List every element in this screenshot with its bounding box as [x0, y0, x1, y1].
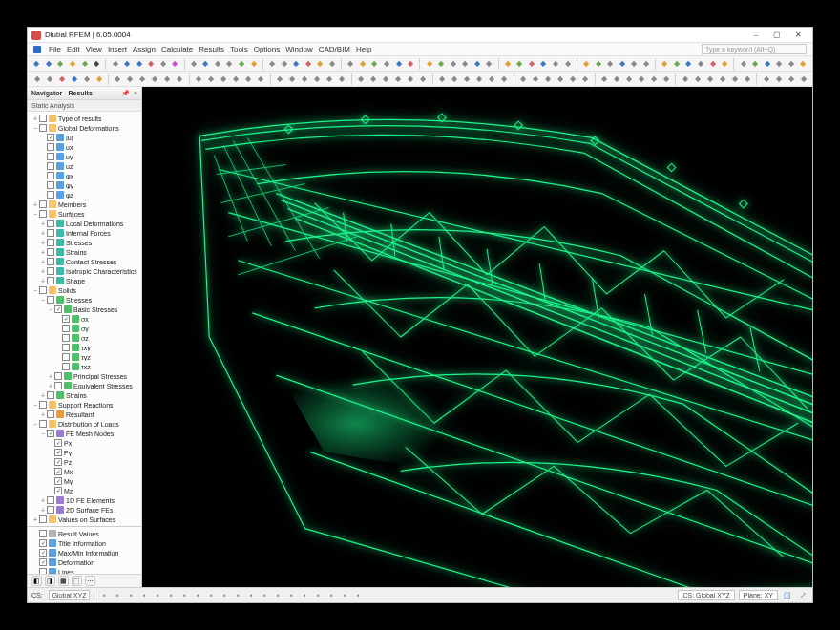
- toolbar-button[interactable]: ◆: [368, 74, 379, 85]
- statusbar-button[interactable]: ▪: [178, 590, 190, 601]
- toolbar-button[interactable]: ◆: [531, 74, 541, 85]
- tree-node[interactable]: Py: [28, 448, 141, 457]
- toolbar-button[interactable]: ◆: [538, 58, 549, 70]
- navigator-close-icon[interactable]: ×: [134, 90, 137, 96]
- expand-icon[interactable]: −: [32, 287, 39, 294]
- expand-icon[interactable]: −: [32, 211, 39, 218]
- checkbox[interactable]: [47, 239, 54, 246]
- toolbar-button[interactable]: ◆: [125, 74, 136, 85]
- tree-node[interactable]: φz: [28, 190, 141, 200]
- toolbar-button[interactable]: ◆: [683, 58, 694, 70]
- toolbar-button[interactable]: ◆: [137, 74, 148, 85]
- toolbar-button[interactable]: ◆: [738, 58, 748, 70]
- tree-node[interactable]: +Type of results: [28, 114, 141, 123]
- menu-view[interactable]: View: [86, 45, 102, 53]
- toolbar-button[interactable]: ◆: [556, 74, 566, 85]
- toolbar-button[interactable]: ◆: [598, 74, 609, 85]
- checkbox[interactable]: [39, 549, 47, 556]
- menu-cadbim[interactable]: CAD/BIM: [319, 45, 350, 53]
- toolbar-button[interactable]: ◆: [581, 58, 592, 70]
- checkbox[interactable]: [47, 277, 54, 284]
- toolbar-button[interactable]: ◆: [327, 58, 338, 70]
- tree-node[interactable]: Px: [28, 438, 141, 448]
- pin-icon[interactable]: 📌: [121, 90, 130, 97]
- toolbar-button[interactable]: ◆: [580, 74, 591, 85]
- toolbar-button[interactable]: ◆: [346, 58, 356, 70]
- expand-icon[interactable]: +: [39, 268, 47, 275]
- toolbar-button[interactable]: ◆: [568, 74, 578, 85]
- navigator-subtitle[interactable]: Static Analysis: [28, 100, 141, 112]
- toolbar-button[interactable]: ◆: [617, 58, 627, 70]
- expand-icon[interactable]: −: [32, 421, 39, 428]
- checkbox[interactable]: [39, 539, 47, 547]
- checkbox[interactable]: [47, 143, 54, 151]
- statusbar-button[interactable]: ▪: [352, 590, 364, 601]
- checkbox[interactable]: [47, 391, 54, 399]
- toolbar-button[interactable]: ◆: [213, 58, 223, 70]
- toolbar-button[interactable]: ◆: [424, 58, 434, 70]
- expand-icon[interactable]: +: [39, 249, 47, 256]
- checkbox[interactable]: [47, 134, 54, 141]
- toolbar-button[interactable]: ◆: [393, 58, 404, 70]
- tree-node[interactable]: −Surfaces: [28, 209, 141, 219]
- expand-icon[interactable]: −: [32, 125, 39, 132]
- checkbox[interactable]: [39, 210, 47, 218]
- toolbar-button[interactable]: ◆: [200, 58, 211, 70]
- search-input[interactable]: Type a keyword (Alt+Q): [702, 44, 807, 54]
- toolbar-button[interactable]: ◆: [219, 74, 229, 85]
- toolbar-button[interactable]: ◆: [110, 58, 120, 70]
- toolbar-button[interactable]: ◆: [503, 58, 514, 70]
- toolbar-button[interactable]: ◆: [527, 58, 537, 70]
- toolbar-button[interactable]: ◆: [312, 74, 323, 85]
- checkbox[interactable]: [47, 162, 54, 170]
- toolbar-button[interactable]: ◆: [692, 74, 703, 85]
- checkbox[interactable]: [54, 468, 62, 475]
- tree-node[interactable]: +Strains: [28, 247, 141, 257]
- toolbar-button[interactable]: ◆: [696, 58, 706, 70]
- toolbar-button[interactable]: ◆: [158, 58, 169, 70]
- toolbar-button[interactable]: ◆: [243, 74, 254, 85]
- toolbar-button[interactable]: ◆: [382, 58, 392, 70]
- expand-icon[interactable]: −: [47, 306, 54, 313]
- statusbar-button[interactable]: ▪: [192, 590, 203, 601]
- toolbar-button[interactable]: ◆: [189, 58, 200, 70]
- expand-icon[interactable]: +: [39, 278, 47, 284]
- tree-node[interactable]: σx: [28, 314, 141, 324]
- close-button[interactable]: ✕: [788, 29, 808, 42]
- checkbox[interactable]: [54, 487, 62, 494]
- checkbox[interactable]: [47, 267, 54, 275]
- tree-node[interactable]: +2D Surface FEs: [28, 505, 141, 514]
- checkbox[interactable]: [47, 296, 54, 304]
- expand-icon[interactable]: +: [39, 392, 47, 399]
- tree-node[interactable]: +Equivalent Stresses: [28, 381, 141, 390]
- toolbar-button[interactable]: ◆: [206, 74, 217, 85]
- menu-assign[interactable]: Assign: [133, 45, 156, 53]
- statusbar-button[interactable]: ▪: [138, 590, 150, 601]
- checkbox[interactable]: [54, 458, 62, 466]
- toolbar-button[interactable]: ◆: [381, 74, 391, 85]
- toolbar-button[interactable]: ◆: [720, 58, 730, 70]
- statusbar-button[interactable]: ▪: [125, 590, 136, 601]
- expand-icon[interactable]: −: [32, 402, 39, 409]
- toolbar-button[interactable]: ◆: [291, 58, 302, 70]
- 3d-viewport[interactable]: [142, 87, 812, 587]
- toolbar-button[interactable]: ◆: [611, 74, 621, 85]
- toolbar-button[interactable]: ◆: [69, 74, 79, 85]
- toolbar-button[interactable]: ◆: [448, 58, 458, 70]
- statusbar-button[interactable]: ▪: [339, 590, 350, 601]
- toolbar-button[interactable]: ◆: [113, 74, 123, 85]
- tree-node[interactable]: Lines: [28, 567, 141, 574]
- tree-node[interactable]: +Members: [28, 200, 141, 209]
- menu-insert[interactable]: Insert: [108, 45, 127, 53]
- checkbox[interactable]: [47, 220, 54, 227]
- statusbar-button[interactable]: ▪: [312, 590, 324, 601]
- toolbar-button[interactable]: ◆: [267, 58, 278, 70]
- toolbar-button[interactable]: ◆: [499, 74, 510, 85]
- tree-node[interactable]: +1D FE Elements: [28, 495, 141, 505]
- checkbox[interactable]: [54, 477, 62, 485]
- toolbar-button[interactable]: ◆: [237, 58, 247, 70]
- toolbar-button[interactable]: ◆: [641, 58, 652, 70]
- expand-icon[interactable]: +: [47, 373, 54, 380]
- toolbar-button[interactable]: ◆: [460, 58, 471, 70]
- toolbar-button[interactable]: ◆: [798, 74, 808, 85]
